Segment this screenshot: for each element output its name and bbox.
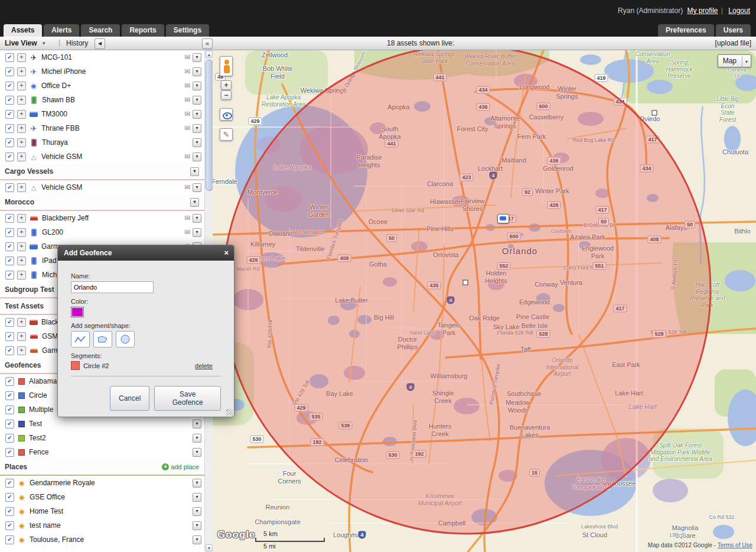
checkbox[interactable]: ✔	[5, 507, 14, 516]
item-menu-arrow[interactable]: ▾	[193, 493, 201, 502]
checkbox[interactable]: ✔	[5, 110, 14, 119]
checkbox[interactable]: ✔	[5, 405, 14, 414]
group-menu-arrow[interactable]: ▾	[190, 198, 199, 207]
terms-of-use-link[interactable]: Terms of Use	[718, 542, 752, 548]
tab-users[interactable]: Users	[716, 24, 751, 37]
item-menu-arrow[interactable]: ▾	[193, 535, 201, 544]
checkbox[interactable]: ✔	[5, 183, 14, 192]
checkbox[interactable]: ✔	[5, 377, 14, 386]
checkbox[interactable]: ✔	[5, 391, 14, 400]
checkbox[interactable]: ✔	[5, 214, 14, 223]
list-item[interactable]: ✔◉Home Test▾	[0, 504, 204, 518]
mail-icon[interactable]: ✉	[184, 110, 190, 118]
cancel-button[interactable]: Cancel	[110, 386, 149, 411]
list-item[interactable]: ✔Test2▾	[0, 431, 204, 445]
checkbox[interactable]: ✔	[5, 271, 14, 280]
item-menu-arrow[interactable]: ▾	[193, 110, 201, 119]
close-icon[interactable]: ×	[224, 245, 229, 261]
list-item[interactable]: ✔Test▾	[0, 417, 204, 431]
item-menu-arrow[interactable]: ▾	[193, 183, 201, 192]
checkbox[interactable]: ✔	[5, 448, 14, 457]
upload-file-link[interactable]: [upload file]	[715, 39, 751, 47]
expand-icon[interactable]: +	[17, 271, 26, 280]
checkbox[interactable]: ✔	[5, 256, 14, 265]
checkbox[interactable]: ✔	[5, 138, 14, 147]
mail-icon[interactable]: ✉	[184, 152, 190, 161]
tab-assets[interactable]: Assets	[4, 24, 42, 37]
polygon-shape-button[interactable]	[93, 331, 112, 348]
checkbox[interactable]: ✔	[5, 346, 14, 355]
checkbox[interactable]: ✔	[5, 53, 14, 62]
checkbox[interactable]: ✔	[5, 96, 14, 105]
tab-search[interactable]: Search	[81, 24, 120, 37]
polyline-shape-button[interactable]	[71, 331, 90, 348]
checkbox[interactable]: ✔	[5, 479, 14, 488]
my-profile-link[interactable]: My profile	[687, 7, 718, 15]
item-menu-arrow[interactable]: ▾	[193, 434, 201, 443]
segment-row[interactable]: Circle #2 delete	[71, 361, 221, 370]
list-item[interactable]: ✔Fence▾	[0, 445, 204, 459]
circle-shape-button[interactable]	[116, 331, 135, 348]
save-geofence-button[interactable]: Save Geofence	[154, 386, 221, 411]
checkbox[interactable]: ✔	[5, 434, 14, 443]
mail-icon[interactable]: ✉	[184, 96, 190, 104]
item-menu-arrow[interactable]: ▾	[193, 124, 201, 133]
chevron-down-icon[interactable]: ▾	[43, 40, 45, 46]
list-item[interactable]: ✔+△Vehicle GSM✉▾	[0, 180, 204, 194]
live-view-label[interactable]: Live View	[5, 39, 37, 47]
expand-icon[interactable]: +	[17, 183, 26, 192]
expand-icon[interactable]: +	[17, 256, 26, 265]
expand-icon[interactable]: +	[17, 138, 26, 147]
checkbox[interactable]: ✔	[5, 228, 14, 237]
item-menu-arrow[interactable]: ▾	[193, 82, 201, 90]
zoom-in-button[interactable]: +	[221, 80, 232, 90]
expand-icon[interactable]: +	[17, 124, 26, 133]
item-menu-arrow[interactable]: ▾	[193, 521, 201, 530]
history-label[interactable]: History	[66, 39, 88, 47]
list-item[interactable]: ✔◉Gendarmerie Royale▾	[0, 476, 204, 490]
expand-icon[interactable]: +	[17, 82, 26, 90]
zoom-out-button[interactable]: −	[221, 90, 232, 100]
tab-reports[interactable]: Reports	[122, 24, 164, 37]
list-item[interactable]: ✔+△Vehicle GSM✉▾	[0, 150, 204, 164]
item-menu-arrow[interactable]: ▾	[193, 152, 201, 161]
resize-grip[interactable]	[226, 409, 233, 415]
mail-icon[interactable]: ✉	[184, 228, 190, 236]
item-menu-arrow[interactable]: ▾	[193, 53, 201, 62]
list-item[interactable]: ✔+GL200✉▾	[0, 225, 204, 239]
expand-icon[interactable]: +	[17, 110, 26, 119]
mail-icon[interactable]: ✉	[184, 124, 190, 132]
expand-icon[interactable]: +	[17, 152, 26, 161]
item-menu-arrow[interactable]: ▾	[193, 138, 201, 147]
mail-icon[interactable]: ✉	[184, 53, 190, 61]
item-menu-arrow[interactable]: ▾	[193, 214, 201, 223]
list-item[interactable]: ✔+Blackberry Jeff✉▾	[0, 211, 204, 225]
expand-icon[interactable]: +	[17, 96, 26, 105]
mail-icon[interactable]: ✉	[184, 214, 190, 222]
list-item[interactable]: ✔+Shawn BB✉▾	[0, 93, 204, 107]
checkbox[interactable]: ✔	[5, 332, 14, 341]
list-item[interactable]: ✔◉GSE Office▾	[0, 490, 204, 504]
expand-icon[interactable]: +	[17, 332, 26, 341]
checkbox[interactable]: ✔	[5, 535, 14, 544]
item-menu-arrow[interactable]: ▾	[193, 479, 201, 488]
history-playback-icon[interactable]: ◀	[94, 38, 105, 49]
checkbox[interactable]: ✔	[5, 67, 14, 76]
item-menu-arrow[interactable]: ▾	[193, 507, 201, 516]
scroll-down-icon[interactable]: ▼	[206, 544, 213, 551]
tab-settings[interactable]: Settings	[166, 24, 209, 37]
checkbox[interactable]: ✔	[5, 493, 14, 502]
item-menu-arrow[interactable]: ▾	[193, 420, 201, 428]
tab-alerts[interactable]: Alerts	[44, 24, 79, 37]
expand-icon[interactable]: +	[17, 346, 26, 355]
expand-icon[interactable]: +	[17, 67, 26, 76]
geofence-name-input[interactable]	[71, 281, 154, 293]
add-place-button[interactable]: +add place	[162, 463, 199, 470]
checkbox[interactable]: ✔	[5, 124, 14, 133]
dialog-titlebar[interactable]: Add Geofence ×	[58, 245, 234, 261]
collapse-sidebar-icon[interactable]: «	[202, 38, 213, 49]
color-swatch-button[interactable]	[71, 307, 84, 317]
checkbox[interactable]: ✔	[5, 318, 14, 327]
list-item[interactable]: ✔+✈Michel iPhone✉▾	[0, 64, 204, 79]
expand-icon[interactable]: +	[17, 228, 26, 237]
